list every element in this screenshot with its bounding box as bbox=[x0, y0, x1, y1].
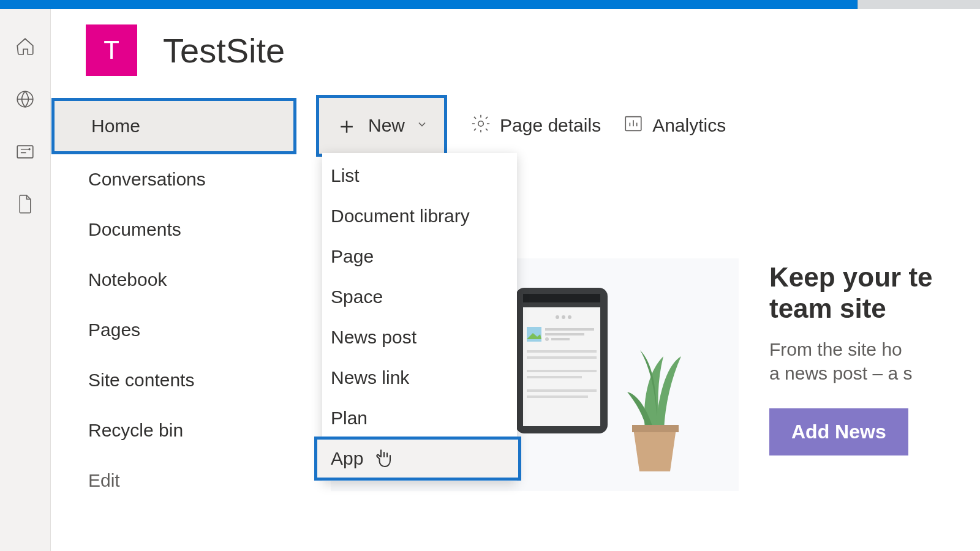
new-dd-item-news-post[interactable]: News post bbox=[322, 317, 517, 358]
page-details-label: Page details bbox=[500, 115, 601, 136]
top-bar-right-slot bbox=[858, 0, 980, 9]
promo-heading: Keep your te team site bbox=[769, 262, 980, 324]
top-app-bar bbox=[0, 0, 980, 9]
news-promo-card: Keep your te team site From the site ho … bbox=[769, 262, 980, 455]
nav-item-documents[interactable]: Documents bbox=[51, 204, 296, 255]
nav-item-home[interactable]: Home bbox=[51, 98, 296, 154]
new-dd-item-plan[interactable]: Plan bbox=[322, 398, 517, 438]
new-dd-item-space[interactable]: Space bbox=[322, 277, 517, 317]
svg-rect-16 bbox=[527, 350, 597, 353]
svg-rect-22 bbox=[632, 425, 679, 432]
command-bar: ＋ New Page details Analytics bbox=[316, 98, 737, 153]
svg-point-14 bbox=[545, 337, 549, 341]
pointer-cursor-icon bbox=[375, 448, 393, 475]
nav-item-notebook[interactable]: Notebook bbox=[51, 255, 296, 305]
nav-item-conversations[interactable]: Conversations bbox=[51, 154, 296, 204]
svg-rect-20 bbox=[527, 389, 597, 392]
plus-icon: ＋ bbox=[335, 110, 358, 141]
new-button-label: New bbox=[368, 115, 405, 136]
svg-point-3 bbox=[478, 121, 484, 126]
document-icon[interactable] bbox=[12, 192, 38, 217]
svg-point-8 bbox=[556, 315, 559, 319]
svg-rect-7 bbox=[523, 307, 600, 426]
new-button[interactable]: ＋ New bbox=[316, 95, 447, 157]
new-dd-item-document-library[interactable]: Document library bbox=[322, 196, 517, 236]
site-nav: Home Conversations Documents Notebook Pa… bbox=[51, 98, 296, 506]
svg-rect-6 bbox=[523, 294, 600, 302]
svg-rect-21 bbox=[527, 395, 588, 398]
svg-point-10 bbox=[568, 315, 571, 319]
nav-item-site-contents[interactable]: Site contents bbox=[51, 355, 296, 405]
gear-icon bbox=[470, 113, 491, 138]
news-illustration bbox=[513, 258, 740, 491]
svg-point-9 bbox=[562, 315, 565, 319]
news-icon[interactable] bbox=[12, 139, 38, 165]
analytics-icon bbox=[623, 113, 644, 138]
new-dd-item-app[interactable]: App bbox=[316, 438, 519, 479]
page-details-button[interactable]: Page details bbox=[459, 101, 612, 151]
new-dropdown: List Document library Page Space News po… bbox=[322, 153, 517, 481]
svg-rect-13 bbox=[545, 333, 584, 335]
nav-edit-link[interactable]: Edit bbox=[51, 455, 296, 506]
nav-item-pages[interactable]: Pages bbox=[51, 305, 296, 355]
site-logo[interactable]: T bbox=[86, 24, 137, 76]
nav-item-recycle-bin[interactable]: Recycle bin bbox=[51, 405, 296, 455]
new-dd-item-news-link[interactable]: News link bbox=[322, 358, 517, 398]
new-dd-item-list[interactable]: List bbox=[322, 156, 517, 196]
home-icon[interactable] bbox=[12, 34, 38, 59]
site-header: T TestSite bbox=[86, 24, 285, 76]
svg-rect-19 bbox=[527, 376, 582, 378]
promo-body: From the site ho a news post – a s bbox=[769, 337, 980, 385]
add-news-button[interactable]: Add News bbox=[769, 408, 908, 455]
svg-rect-15 bbox=[551, 338, 570, 340]
svg-point-2 bbox=[29, 149, 30, 150]
globe-icon[interactable] bbox=[12, 86, 38, 112]
svg-rect-1 bbox=[17, 146, 33, 158]
svg-rect-18 bbox=[527, 370, 597, 372]
analytics-label: Analytics bbox=[652, 115, 726, 136]
svg-rect-17 bbox=[527, 356, 597, 359]
chevron-down-icon bbox=[416, 118, 428, 133]
analytics-button[interactable]: Analytics bbox=[612, 101, 737, 151]
site-title: TestSite bbox=[163, 31, 285, 70]
svg-rect-12 bbox=[545, 328, 594, 331]
app-rail bbox=[0, 9, 51, 551]
new-dd-item-page[interactable]: Page bbox=[322, 236, 517, 277]
